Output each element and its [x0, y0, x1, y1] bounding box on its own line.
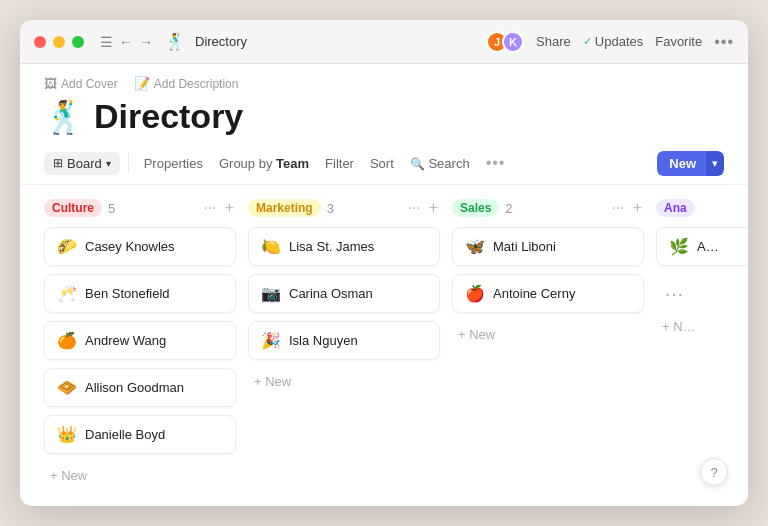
card[interactable]: 🌿A…	[656, 227, 748, 266]
page-emoji: 🕺	[44, 98, 84, 136]
sort-button[interactable]: Sort	[363, 152, 401, 175]
add-new-row-ana[interactable]: + N…	[656, 315, 748, 338]
card-name: Casey Knowles	[85, 239, 175, 254]
search-button[interactable]: 🔍 Search	[403, 152, 477, 175]
column-tag-marketing: Marketing	[248, 199, 321, 217]
column-truncated: …	[656, 274, 748, 305]
traffic-lights	[34, 36, 84, 48]
card[interactable]: 🎉Isla Nguyen	[248, 321, 440, 360]
card-emoji: 🥂	[57, 284, 77, 303]
share-button[interactable]: Share	[536, 34, 571, 49]
card-name: Danielle Boyd	[85, 427, 165, 442]
column-culture: Culture5···+🌮Casey Knowles🥂Ben Stonefiel…	[44, 199, 236, 487]
add-new-row-sales[interactable]: + New	[452, 323, 644, 346]
column-actions-marketing: ···+	[405, 200, 440, 216]
toolbar-more-button[interactable]: •••	[479, 150, 513, 176]
card-emoji: 🎉	[261, 331, 281, 350]
column-header-marketing: Marketing3···+	[248, 199, 440, 217]
new-button-group: New ▾	[657, 151, 724, 176]
column-add-button-culture[interactable]: +	[223, 200, 236, 216]
updates-button[interactable]: ✓ Updates	[583, 34, 643, 49]
card[interactable]: 📷Carina Osman	[248, 274, 440, 313]
card[interactable]: 🥂Ben Stonefield	[44, 274, 236, 313]
card-name: Allison Goodman	[85, 380, 184, 395]
close-button[interactable]	[34, 36, 46, 48]
column-marketing: Marketing3···+🍋Lisa St. James📷Carina Osm…	[248, 199, 440, 393]
column-count-sales: 2	[505, 201, 512, 216]
card-name: Lisa St. James	[289, 239, 374, 254]
add-cover-button[interactable]: 🖼 Add Cover	[44, 76, 118, 91]
card[interactable]: 🧇Allison Goodman	[44, 368, 236, 407]
card-emoji: 🍎	[465, 284, 485, 303]
column-count-marketing: 3	[327, 201, 334, 216]
page-meta: 🖼 Add Cover 📝 Add Description	[44, 76, 724, 91]
board-view-button[interactable]: ⊞ Board ▾	[44, 152, 120, 175]
column-more-button-sales[interactable]: ···	[609, 200, 626, 216]
column-add-button-sales[interactable]: +	[631, 200, 644, 216]
card-emoji: 🌮	[57, 237, 77, 256]
page-icon: 🕺	[165, 32, 185, 51]
column-ana: Ana···+🌿A……+ N…	[656, 199, 748, 338]
avatar-2: K	[502, 31, 524, 53]
nav-menu-icon[interactable]: ☰	[100, 34, 113, 50]
favorite-button[interactable]: Favorite	[655, 34, 702, 49]
filter-button[interactable]: Filter	[318, 152, 361, 175]
group-by-button[interactable]: Group by Team	[212, 152, 316, 175]
column-sales: Sales2···+🦋Mati Liboni🍎Antoine Cerny+ Ne…	[452, 199, 644, 346]
page-title[interactable]: Directory	[94, 97, 243, 136]
image-icon: 🖼	[44, 76, 57, 91]
page-header: 🖼 Add Cover 📝 Add Description 🕺 Director…	[20, 64, 748, 150]
card-name: Isla Nguyen	[289, 333, 358, 348]
card-emoji: 🌿	[669, 237, 689, 256]
card-name: Ben Stonefield	[85, 286, 170, 301]
card[interactable]: 👑Danielle Boyd	[44, 415, 236, 454]
card-emoji: 🦋	[465, 237, 485, 256]
new-button-caret[interactable]: ▾	[706, 151, 724, 176]
page-title-row: 🕺 Directory	[44, 97, 724, 136]
column-actions-sales: ···+	[609, 200, 644, 216]
titlebar: ☰ ← → 🕺 Directory J K Share ✓ Updates	[20, 20, 748, 64]
minimize-button[interactable]	[53, 36, 65, 48]
add-new-row-marketing[interactable]: + New	[248, 370, 440, 393]
column-actions-culture: ···+	[201, 200, 236, 216]
column-more-button-culture[interactable]: ···	[201, 200, 218, 216]
card[interactable]: 🍊Andrew Wang	[44, 321, 236, 360]
column-tag-sales: Sales	[452, 199, 499, 217]
fullscreen-button[interactable]	[72, 36, 84, 48]
add-new-row-culture[interactable]: + New	[44, 464, 236, 487]
card[interactable]: 🍋Lisa St. James	[248, 227, 440, 266]
card-name: Mati Liboni	[493, 239, 556, 254]
add-description-button[interactable]: 📝 Add Description	[134, 76, 239, 91]
card-name: Antoine Cerny	[493, 286, 575, 301]
nav-back-button[interactable]: ←	[119, 34, 133, 50]
properties-button[interactable]: Properties	[137, 152, 210, 175]
help-button[interactable]: ?	[700, 458, 728, 486]
titlebar-title: Directory	[195, 34, 247, 49]
column-add-button-marketing[interactable]: +	[427, 200, 440, 216]
card[interactable]: 🍎Antoine Cerny	[452, 274, 644, 313]
column-tag-ana: Ana	[656, 199, 695, 217]
toolbar-divider	[128, 153, 129, 173]
titlebar-right: J K Share ✓ Updates Favorite •••	[486, 31, 734, 53]
nav-forward-button[interactable]: →	[139, 34, 153, 50]
card[interactable]: 🦋Mati Liboni	[452, 227, 644, 266]
card-emoji: 👑	[57, 425, 77, 444]
card[interactable]: 🌮Casey Knowles	[44, 227, 236, 266]
columns-area: Culture5···+🌮Casey Knowles🥂Ben Stonefiel…	[20, 185, 748, 506]
titlebar-nav: ☰ ← → 🕺 Directory	[100, 32, 247, 51]
column-header-sales: Sales2···+	[452, 199, 644, 217]
card-emoji: 📷	[261, 284, 281, 303]
search-icon: 🔍	[410, 157, 425, 171]
card-emoji: 🍊	[57, 331, 77, 350]
card-name: A…	[697, 239, 719, 254]
column-header-culture: Culture5···+	[44, 199, 236, 217]
board-icon: ⊞	[53, 156, 63, 170]
card-name: Andrew Wang	[85, 333, 166, 348]
toolbar: ⊞ Board ▾ Properties Group by Team Filte…	[20, 150, 748, 185]
chevron-down-icon: ▾	[106, 158, 111, 169]
description-icon: 📝	[134, 76, 150, 91]
column-more-button-marketing[interactable]: ···	[405, 200, 422, 216]
new-button[interactable]: New	[657, 151, 708, 176]
column-header-ana: Ana···+	[656, 199, 748, 217]
more-options-button[interactable]: •••	[714, 33, 734, 51]
